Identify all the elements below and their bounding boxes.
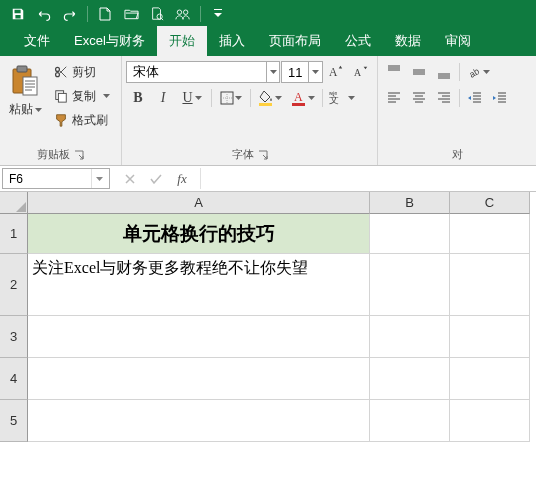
spreadsheet-grid[interactable]: A B C 1 2 3 4 5 单元格换行的技巧 关注Excel与财务更多教程绝… <box>0 192 536 500</box>
scissors-icon <box>54 65 68 79</box>
underline-button[interactable]: U <box>176 87 208 109</box>
font-size-combo[interactable] <box>281 61 323 83</box>
align-middle-icon[interactable] <box>407 61 431 83</box>
cell-a1[interactable]: 单元格换行的技巧 <box>28 214 370 254</box>
dialog-launcher-icon[interactable] <box>74 150 84 160</box>
increase-font-icon[interactable]: A <box>324 61 348 83</box>
cut-button[interactable]: 剪切 <box>50 61 114 83</box>
name-box-input[interactable] <box>3 172 91 186</box>
formula-input[interactable] <box>201 166 536 191</box>
undo-icon[interactable] <box>32 3 56 25</box>
select-all-corner[interactable] <box>0 192 28 214</box>
quick-access-toolbar <box>0 0 536 28</box>
align-left-icon[interactable] <box>382 87 406 109</box>
open-folder-icon[interactable] <box>119 3 143 25</box>
tab-review[interactable]: 审阅 <box>433 26 483 56</box>
tab-insert[interactable]: 插入 <box>207 26 257 56</box>
align-top-icon[interactable] <box>382 61 406 83</box>
fill-color-button[interactable] <box>254 87 286 109</box>
tab-data[interactable]: 数据 <box>383 26 433 56</box>
name-box[interactable] <box>2 168 110 189</box>
cell-c5[interactable] <box>450 400 530 442</box>
decrease-indent-icon[interactable] <box>463 87 487 109</box>
redo-icon[interactable] <box>58 3 82 25</box>
cell-c1[interactable] <box>450 214 530 254</box>
clipboard-group-label: 剪贴板 <box>37 147 70 162</box>
italic-button[interactable]: I <box>151 87 175 109</box>
customize-qat-icon[interactable] <box>206 3 230 25</box>
row-header[interactable]: 3 <box>0 316 28 358</box>
cell-b3[interactable] <box>370 316 450 358</box>
tab-formulas[interactable]: 公式 <box>333 26 383 56</box>
chevron-down-icon[interactable] <box>91 169 107 188</box>
svg-point-6 <box>56 67 60 71</box>
svg-point-1 <box>177 10 181 14</box>
cell-b5[interactable] <box>370 400 450 442</box>
svg-rect-9 <box>58 93 66 102</box>
formula-bar: fx <box>0 166 536 192</box>
svg-text:A: A <box>354 67 361 78</box>
cell-b2[interactable] <box>370 254 450 316</box>
border-button[interactable] <box>215 87 247 109</box>
share-icon[interactable] <box>171 3 195 25</box>
font-name-combo[interactable] <box>126 61 280 83</box>
row-header[interactable]: 5 <box>0 400 28 442</box>
chevron-down-icon[interactable] <box>308 62 322 82</box>
increase-indent-icon[interactable] <box>488 87 512 109</box>
tab-excel-finance[interactable]: Excel与财务 <box>62 26 157 56</box>
chevron-down-icon[interactable] <box>266 62 279 82</box>
cell-c2[interactable] <box>450 254 530 316</box>
copy-button[interactable]: 复制 <box>50 85 114 107</box>
tab-page-layout[interactable]: 页面布局 <box>257 26 333 56</box>
row-header[interactable]: 4 <box>0 358 28 400</box>
save-icon[interactable] <box>6 3 30 25</box>
cancel-icon[interactable] <box>120 169 140 189</box>
svg-point-2 <box>183 10 187 14</box>
align-bottom-icon[interactable] <box>432 61 456 83</box>
row-header[interactable]: 1 <box>0 214 28 254</box>
new-file-icon[interactable] <box>93 3 117 25</box>
cell-c4[interactable] <box>450 358 530 400</box>
ribbon: 粘贴 剪切 复制 格式刷 剪贴板 <box>0 56 536 166</box>
format-painter-label: 格式刷 <box>72 112 108 129</box>
cell-b4[interactable] <box>370 358 450 400</box>
svg-rect-4 <box>17 66 27 72</box>
fx-icon[interactable]: fx <box>172 169 192 189</box>
svg-text:A: A <box>294 90 303 104</box>
bold-button[interactable]: B <box>126 87 150 109</box>
phonetic-guide-button[interactable]: wén文 <box>326 87 358 109</box>
font-size-input[interactable] <box>282 62 308 82</box>
cell-a5[interactable] <box>28 400 370 442</box>
paste-button[interactable]: 粘贴 <box>4 61 46 118</box>
tab-file[interactable]: 文件 <box>12 26 62 56</box>
tab-home[interactable]: 开始 <box>157 26 207 56</box>
svg-text:ab: ab <box>469 66 481 79</box>
cell-a3[interactable] <box>28 316 370 358</box>
font-group-label: 字体 <box>232 147 254 162</box>
copy-icon <box>54 89 68 103</box>
row-header[interactable]: 2 <box>0 254 28 316</box>
align-right-icon[interactable] <box>432 87 456 109</box>
font-name-input[interactable] <box>127 62 266 82</box>
decrease-font-icon[interactable]: A <box>349 61 373 83</box>
chevron-down-icon <box>35 108 42 112</box>
align-center-icon[interactable] <box>407 87 431 109</box>
svg-rect-15 <box>292 103 305 106</box>
dialog-launcher-icon[interactable] <box>258 150 268 160</box>
cell-a2[interactable]: 关注Excel与财务更多教程绝不让你失望 <box>28 254 370 316</box>
column-header[interactable]: B <box>370 192 450 214</box>
align-group-label: 对 <box>452 147 463 162</box>
format-painter-button[interactable]: 格式刷 <box>50 109 114 131</box>
svg-rect-5 <box>23 77 37 95</box>
enter-icon[interactable] <box>146 169 166 189</box>
paste-icon <box>9 63 41 99</box>
cell-a4[interactable] <box>28 358 370 400</box>
cell-b1[interactable] <box>370 214 450 254</box>
cell-c3[interactable] <box>450 316 530 358</box>
orientation-icon[interactable]: ab <box>463 61 495 83</box>
font-color-button[interactable]: A <box>287 87 319 109</box>
column-header[interactable]: A <box>28 192 370 214</box>
print-preview-icon[interactable] <box>145 3 169 25</box>
column-header[interactable]: C <box>450 192 530 214</box>
svg-text:文: 文 <box>329 94 339 105</box>
